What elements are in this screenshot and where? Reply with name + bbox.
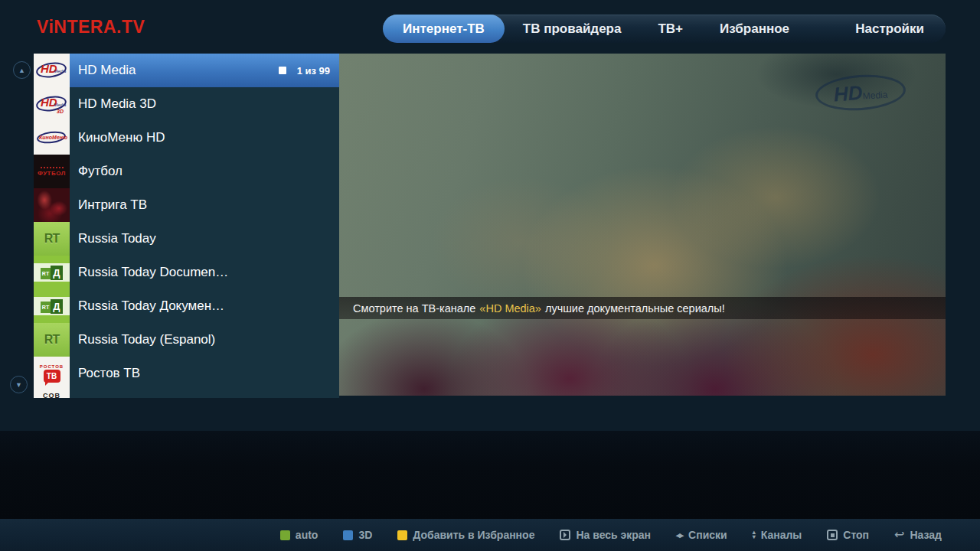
nav-tab-4[interactable]: Избранное	[701, 15, 808, 43]
rostov-logo-icon: РОСТОВТВ	[34, 357, 70, 390]
stop-icon	[827, 530, 838, 540]
channel-row-meta: 1 из 99	[279, 54, 330, 87]
bottom-bar-item-6[interactable]: ▴▾ Каналы	[753, 529, 802, 541]
bottom-bar-label: Каналы	[761, 529, 802, 541]
channel-label: Ростов ТВ	[70, 366, 140, 381]
caption-channel-name: «HD Media»	[475, 302, 545, 315]
bottom-bar-item-2[interactable]: 3D	[343, 529, 372, 541]
watermark-hd-text: HD	[833, 83, 863, 105]
channel-counter: 1 из 99	[297, 65, 330, 77]
stop-square-icon	[279, 67, 286, 74]
rt-logo-icon: RT	[34, 222, 70, 256]
bottom-bar-item-8[interactable]: ↩ Назад	[894, 529, 942, 541]
vintera-tv-app: ViNTERA.TV Интернет-ТВТВ провайдераТВ+Из…	[0, 0, 980, 551]
channel-label: КиноМеню HD	[70, 130, 165, 145]
caption-prefix: Смотрите на ТВ-канале	[353, 302, 475, 315]
channel-label: Russia Today	[70, 231, 156, 246]
channel-row-4[interactable]: ФУТБОЛФутбол	[34, 155, 339, 188]
bottom-bar-item-4[interactable]: На весь экран	[560, 529, 651, 541]
program-caption: Смотрите на ТВ-канале «HD Media» лучшие …	[339, 297, 946, 319]
green-square	[280, 530, 290, 540]
bottom-bar-label: Назад	[910, 529, 942, 541]
channel-row-5[interactable]: Интрига ТВ	[34, 188, 339, 222]
hdmedia3d-logo-icon: HDMedia3D	[34, 87, 70, 121]
channel-label: Russia Today Documen…	[70, 265, 228, 280]
hd-media-watermark: HD Media	[815, 72, 907, 113]
bottom-bar-label: Стоп	[843, 529, 869, 541]
blue-square	[343, 530, 353, 540]
channel-row-2[interactable]: HDMedia3DHD Media 3D	[34, 87, 339, 121]
rt-logo-icon: RT	[34, 323, 70, 357]
watermark-media-text: Media	[862, 90, 888, 102]
scroll-up-button[interactable]: ▲	[13, 61, 31, 79]
video-player[interactable]: HD Media Смотрите на ТВ-канале «HD Media…	[339, 54, 946, 396]
channel-label: HD Media	[70, 63, 136, 78]
channel-row-9[interactable]: RTRussia Today (Espanol)	[34, 323, 339, 357]
back-icon: ↩	[894, 530, 904, 540]
bottom-control-bar: auto 3D Добавить в Избранное На весь экр…	[0, 519, 980, 551]
bottom-bar-item-5[interactable]: ◂▸ Списки	[676, 529, 727, 541]
channel-label: Футбол	[70, 164, 122, 179]
bottom-bar-label: 3D	[358, 529, 372, 541]
channel-row-7[interactable]: RTДRussia Today Documen…	[34, 256, 339, 289]
kinomenu-logo-icon: КиноМеню	[34, 121, 70, 155]
app-logo: ViNTERA.TV	[37, 17, 145, 37]
lists-icon: ◂▸	[676, 530, 683, 540]
channel-row-8[interactable]: RTДRussia Today Докумен…	[34, 289, 339, 323]
channel-row-10[interactable]: РОСТОВТВРостов ТВ	[34, 357, 339, 390]
hdmedia-logo-icon: HDMedia	[34, 54, 70, 87]
bottom-bar-label: auto	[296, 529, 318, 541]
rtdoc-logo-icon: RTД	[34, 256, 70, 289]
top-nav: Интернет-ТВТВ провайдераТВ+ИзбранноеНаст…	[383, 15, 946, 43]
bottom-bar-label: На весь экран	[576, 529, 651, 541]
yellow-square	[397, 530, 407, 540]
partial-channel-logo: СОВ	[34, 390, 70, 398]
nav-tab-2[interactable]: ТВ провайдера	[505, 15, 640, 43]
channel-label: Russia Today Докумен…	[70, 298, 224, 314]
nav-tab-3[interactable]: ТВ+	[639, 15, 701, 43]
channel-label: Russia Today (Espanol)	[70, 332, 215, 347]
bottom-bar-label: Добавить в Избранное	[413, 529, 534, 541]
channel-label: Интрига ТВ	[70, 197, 147, 213]
scroll-down-button[interactable]: ▼	[10, 376, 28, 393]
channel-list: HDMediaHD Media 1 из 99 HDMedia3DHD Medi…	[34, 54, 339, 398]
channels-icon: ▴▾	[753, 530, 756, 540]
channel-row-6[interactable]: RTRussia Today	[34, 222, 339, 256]
lower-strip	[0, 431, 980, 519]
rtdoc-logo-icon: RTД	[34, 289, 70, 323]
nav-tab-1[interactable]: Интернет-ТВ	[383, 15, 505, 43]
fullscreen-icon	[560, 530, 570, 540]
bottom-bar-item-3[interactable]: Добавить в Избранное	[397, 529, 534, 541]
intriga-logo-icon	[34, 188, 70, 222]
futbol-logo-icon: ФУТБОЛ	[34, 155, 70, 188]
bottom-bar-item-1[interactable]: auto	[280, 529, 318, 541]
caption-suffix: лучшие документальные сериалы!	[545, 302, 725, 315]
channel-label: HD Media 3D	[70, 96, 156, 112]
nav-tab-5[interactable]: Настройки	[837, 15, 946, 43]
channel-row-3[interactable]: КиноМенюКиноМеню HD	[34, 121, 339, 155]
channel-row-1[interactable]: HDMediaHD Media 1 из 99	[34, 54, 339, 87]
bottom-bar-item-7[interactable]: Стоп	[827, 529, 869, 541]
bottom-bar-label: Списки	[688, 529, 727, 541]
